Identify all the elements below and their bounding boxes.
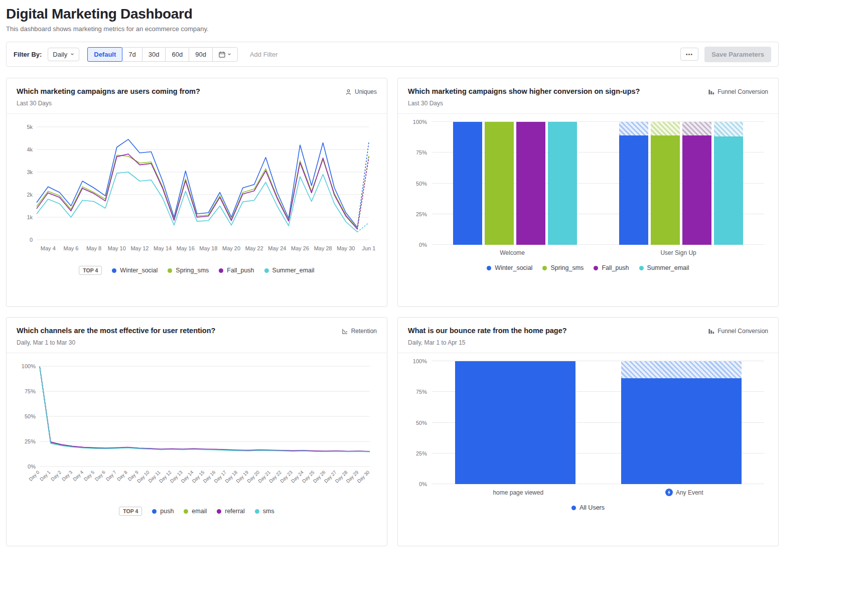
legend-item-All Users[interactable]: All Users [571, 504, 605, 511]
bar-unconverted-segment [619, 122, 648, 135]
segment-60d[interactable]: 60d [165, 47, 189, 62]
segment-calendar[interactable] [212, 47, 238, 62]
line-series-sms[interactable] [40, 366, 370, 452]
svg-text:0%: 0% [28, 464, 36, 470]
line-series-Fall_push[interactable] [37, 154, 357, 229]
svg-text:May 24: May 24 [268, 245, 286, 251]
legend-dot [112, 268, 116, 273]
svg-text:25%: 25% [25, 438, 36, 444]
bar-group [619, 122, 743, 245]
interval-dropdown[interactable]: Daily [48, 48, 79, 61]
metric-type-label: Funnel Conversion [708, 328, 768, 335]
legend-item-Spring_sms[interactable]: Spring_sms [542, 264, 584, 271]
bar-unconverted-segment [621, 361, 742, 378]
line-series-email[interactable] [40, 366, 370, 451]
svg-text:Day 5: Day 5 [83, 470, 95, 482]
legend-label: Summer_email [647, 264, 689, 271]
svg-text:May 18: May 18 [199, 245, 217, 251]
legend-item-Winter_social[interactable]: Winter_social [112, 267, 158, 274]
bar-group [453, 122, 577, 245]
svg-text:Day 7: Day 7 [105, 470, 117, 482]
bar-converted-segment [548, 122, 577, 245]
dashboard-page: Digital Marketing Dashboard This dashboa… [0, 0, 779, 558]
bar-category-labels: WelcomeUser Sign Up [432, 249, 764, 256]
add-filter-button[interactable]: Add Filter [250, 51, 278, 58]
bar-Fall_push[interactable] [682, 122, 711, 245]
bar-groups [432, 361, 764, 484]
legend-item-referral[interactable]: referral [217, 508, 245, 515]
bar-converted-segment [455, 361, 575, 484]
svg-text:2k: 2k [27, 192, 33, 198]
bar-unconverted-segment [682, 122, 711, 135]
bar-All Users[interactable] [455, 361, 575, 484]
bar-Winter_social[interactable] [453, 122, 482, 245]
segment-7d[interactable]: 7d [122, 47, 142, 62]
svg-text:1k: 1k [27, 214, 33, 220]
bar-All Users[interactable] [621, 361, 742, 484]
line-series-Winter_social[interactable] [37, 139, 357, 228]
bar-group [455, 361, 575, 484]
svg-text:May 12: May 12 [130, 245, 149, 251]
segment-default[interactable]: Default [87, 47, 122, 62]
bar-Summer_email[interactable] [548, 122, 577, 245]
bar-category-label: User Sign Up [660, 249, 696, 256]
calendar-icon [219, 51, 225, 58]
legend-dot [255, 509, 259, 514]
bar-plot-area: 0%25%50%75%100% [432, 122, 764, 245]
metric-type-label: Retention [342, 328, 377, 335]
svg-text:May 8: May 8 [86, 245, 101, 251]
legend-item-Summer_email[interactable]: Summer_email [264, 267, 315, 274]
legend-item-Fall_push[interactable]: Fall_push [219, 267, 254, 274]
legend-dot [184, 509, 188, 514]
retention-icon [342, 328, 348, 335]
legend-item-Spring_sms[interactable]: Spring_sms [168, 267, 209, 274]
filter-by-label: Filter By: [14, 51, 42, 58]
y-axis-label: 0% [408, 481, 427, 487]
bar-plot-area: 0%25%50%75%100% [432, 361, 764, 484]
line-series-Winter_social-projected [357, 143, 369, 228]
svg-text:May 22: May 22 [245, 245, 263, 251]
line-series-Summer_email[interactable] [37, 172, 357, 232]
line-series-push[interactable] [40, 366, 370, 451]
legend-item-email[interactable]: email [184, 508, 207, 515]
svg-text:Day 10: Day 10 [136, 470, 151, 484]
svg-text:100%: 100% [22, 363, 36, 369]
bar-Summer_email[interactable] [714, 122, 743, 245]
save-parameters-button[interactable]: Save Parameters [704, 47, 771, 62]
panel-title: Which marketing campaigns are users comi… [17, 87, 200, 95]
legend-item-push[interactable]: push [152, 508, 174, 515]
legend-item-Fall_push[interactable]: Fall_push [594, 264, 629, 271]
metric-type-label: Funnel Conversion [708, 88, 768, 95]
panel-bounce-rate: What is our bounce rate from the home pa… [397, 317, 779, 546]
legend-label: Winter_social [495, 264, 532, 271]
legend-item-Summer_email[interactable]: Summer_email [639, 264, 689, 271]
legend-dot [542, 266, 547, 270]
panel-subtitle: Last 30 Days [408, 100, 640, 107]
interval-dropdown-value: Daily [53, 51, 67, 58]
more-options-button[interactable]: ••• [680, 48, 699, 61]
legend-dot [639, 266, 644, 270]
svg-text:Day 2: Day 2 [50, 470, 62, 482]
legend-dot [168, 268, 172, 273]
bar-Spring_sms[interactable] [485, 122, 514, 245]
bar-Winter_social[interactable] [619, 122, 648, 245]
legend-label: Spring_sms [550, 264, 584, 271]
bar-converted-segment [619, 135, 648, 245]
line-series-referral[interactable] [40, 366, 370, 451]
chart-area: 0%25%50%75%100%Day 0Day 1Day 2Day 3Day 4… [7, 353, 387, 516]
legend-item-sms[interactable]: sms [255, 508, 274, 515]
bar-Fall_push[interactable] [516, 122, 545, 245]
segment-90d[interactable]: 90d [189, 47, 213, 62]
bar-Spring_sms[interactable] [651, 122, 680, 245]
legend-label: email [192, 508, 207, 515]
segment-30d[interactable]: 30d [142, 47, 166, 62]
legend-dot [264, 268, 269, 273]
panel-title: Which marketing campaigns show higher co… [408, 87, 640, 95]
svg-text:May 26: May 26 [291, 245, 309, 251]
line-series-Summer_email-projected [357, 223, 369, 232]
legend-item-Winter_social[interactable]: Winter_social [487, 264, 532, 271]
dashboard-grid: Which marketing campaigns are users comi… [6, 78, 779, 558]
legend-dot [571, 506, 576, 510]
y-axis-label: 100% [408, 358, 427, 364]
bar-converted-segment [621, 378, 742, 484]
